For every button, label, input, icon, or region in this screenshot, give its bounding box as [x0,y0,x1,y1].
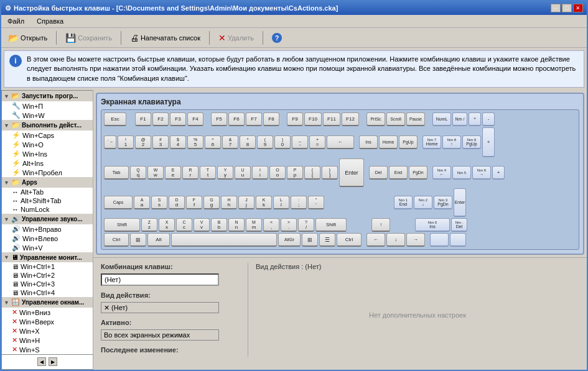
key-num-div[interactable]: Nm / [452,112,467,126]
key-rshift[interactable]: Shift [315,218,347,232]
sidebar-group-monitor[interactable]: ▼ 🖥 Управление монит... [2,252,93,262]
key-i[interactable]: Ii [252,166,268,180]
key-del[interactable]: Del [369,166,388,180]
key-f1[interactable]: F1 [135,112,151,126]
key-f9[interactable]: F9 [287,112,303,126]
sidebar-item-win-caps[interactable]: ⚡ Win+Caps [2,131,93,140]
sidebar-item-win-ctrl-3[interactable]: 🖥 Win+Ctrl+3 [2,280,93,288]
open-button[interactable]: 📂 Открыть [4,31,52,45]
key-t[interactable]: Tt [200,166,216,180]
key-pause[interactable]: Pause [406,112,425,126]
delete-button[interactable]: ✕ Удалить [214,31,258,45]
sidebar-item-win-x[interactable]: ✕ Win+X [2,326,93,336]
key-tilde[interactable]: ` ~ [104,135,116,149]
sidebar-group-apps[interactable]: ▼ 📁 Apps [2,177,93,188]
key-f12[interactable]: F12 [342,112,359,126]
sidebar-group-execute[interactable]: ▼ 📁 Выполнить дейст... [2,120,93,131]
key-lctrl[interactable]: Ctrl [104,233,129,247]
key-lbracket[interactable]: {[ [304,166,320,180]
key-down-arrow[interactable]: ↓ [386,233,405,247]
key-3[interactable]: #3 [152,135,169,149]
key-up-arrow[interactable]: ↑ [371,218,390,232]
key-x[interactable]: Xx [159,218,175,232]
key-rbracket[interactable]: }] [322,166,338,180]
key-pgdn[interactable]: PgDn [409,166,427,180]
key-f5[interactable]: F5 [211,112,227,126]
key-y[interactable]: Yy [217,166,233,180]
help-button[interactable]: ? [268,31,286,45]
key-f10[interactable]: F10 [304,112,322,126]
key-home[interactable]: Home [379,135,398,149]
key-prtsc[interactable]: PrtSc [366,112,385,126]
key-ins[interactable]: Ins [359,135,378,149]
scroll-right-button[interactable]: ▶ [49,357,57,366]
key-numlock[interactable]: NumL [432,112,451,126]
sidebar-item-win-ctrl-2[interactable]: 🖥 Win+Ctrl+2 [2,271,93,280]
key-num2[interactable]: Nm 2↓ [414,196,432,209]
key-num-dot2[interactable] [450,233,466,247]
key-5[interactable]: %5 [187,135,203,149]
key-c[interactable]: Cc [176,218,192,232]
key-num0-2[interactable] [430,233,449,247]
key-rwin[interactable]: ⊞ [302,233,318,247]
print-button[interactable]: 🖨 Напечатать список [126,31,205,45]
active-select[interactable]: Во всех экранных режимах [101,329,219,341]
sidebar-item-win-h[interactable]: ✕ Win+H [2,336,93,345]
scroll-left-button[interactable]: ◀ [37,357,46,366]
key-f[interactable]: Ff [186,196,202,209]
key-backspace[interactable]: ← [327,135,354,149]
key-v[interactable]: Vv [194,218,210,232]
key-e[interactable]: Ee [165,166,181,180]
key-num4[interactable]: Nm 4← [432,166,451,180]
key-h[interactable]: Hh [221,196,237,209]
key-r[interactable]: Rr [182,166,198,180]
key-f4[interactable]: F4 [187,112,203,126]
key-lshift[interactable]: Shift [104,218,140,232]
key-lalt[interactable]: Alt [147,233,170,247]
key-equals[interactable]: += [309,135,325,149]
key-num-minus[interactable]: - [482,112,495,126]
key-2[interactable]: @2 [135,135,151,149]
action-type-select[interactable]: ✕ (Нет) [101,302,219,313]
sidebar-item-win-ins[interactable]: ⚡ Win+Ins [2,149,93,158]
sidebar-item-numlock[interactable]: ↔ NumLock [2,205,93,214]
key-k[interactable]: Kk [256,196,272,209]
key-pgup[interactable]: PgUp [399,135,418,149]
key-m[interactable]: Mm [246,218,262,232]
sidebar-item-alt-shift-tab[interactable]: ↔ Alt+Shift+Tab [2,196,93,205]
key-altgr[interactable]: AltGr [278,233,301,247]
key-quote[interactable]: "' [308,196,324,209]
key-slash[interactable]: ?/ [298,218,314,232]
key-num1[interactable]: Nm 1End [394,196,413,209]
key-1[interactable]: !1 [118,135,134,149]
key-9[interactable]: (9 [257,135,273,149]
key-f11[interactable]: F11 [323,112,340,126]
close-button[interactable]: ✕ [573,4,583,12]
key-scroll[interactable]: Scroll [386,112,405,126]
sidebar-group-start-apps[interactable]: ▼ 📂 Запустить прогр... [2,91,93,101]
key-g[interactable]: Gg [203,196,220,209]
key-s[interactable]: Ss [151,196,167,209]
key-num-plus[interactable]: + [482,127,495,157]
sidebar-item-alt-ins[interactable]: ⚡ Alt+Ins [2,158,93,168]
key-z[interactable]: Zz [141,218,157,232]
sidebar-item-alt-tab[interactable]: ↔ Alt+Tab [2,188,93,196]
key-7[interactable]: &7 [222,135,238,149]
key-space[interactable] [171,233,277,247]
key-semicolon[interactable]: :; [291,196,307,209]
key-context[interactable]: ☰ [319,233,335,247]
key-enter[interactable]: Enter [339,158,364,187]
save-button[interactable]: 💾 Сохранить [61,31,116,45]
sidebar-item-win-down[interactable]: ✕ Win+Вниз [2,308,93,317]
key-w[interactable]: Ww [147,166,164,180]
sidebar-item-win-right[interactable]: 🔊 Win+Вправо [2,224,93,234]
key-num7[interactable]: Nm 7Home [422,135,441,149]
menu-help[interactable]: Справка [33,16,67,26]
key-end[interactable]: End [389,166,408,180]
key-0[interactable]: )0 [274,135,291,149]
key-u[interactable]: Uu [235,166,251,180]
key-comma[interactable]: <, [263,218,279,232]
key-f8[interactable]: F8 [263,112,279,126]
sidebar-item-win-space[interactable]: ⚡ Win+Пробел [2,168,93,177]
key-combo-input[interactable] [101,273,219,286]
